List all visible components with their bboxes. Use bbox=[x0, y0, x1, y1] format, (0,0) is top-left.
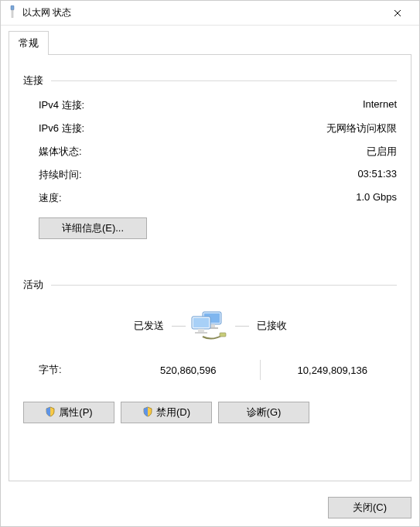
action-buttons-row: 属性(P) 禁用(D) 诊断(G) bbox=[23, 392, 397, 423]
ipv6-label: IPv6 连接: bbox=[39, 121, 84, 135]
details-row: 详细信息(E)... bbox=[23, 210, 397, 242]
sent-label: 已发送 bbox=[23, 319, 164, 333]
diagnose-button[interactable]: 诊断(G) bbox=[218, 402, 309, 423]
activity-heading: 活动 bbox=[23, 278, 397, 292]
svg-rect-1 bbox=[12, 10, 13, 18]
activity-labels-row: 已发送 bbox=[23, 303, 397, 346]
properties-button[interactable]: 属性(P) bbox=[23, 402, 114, 423]
window-title: 以太网 状态 bbox=[22, 6, 382, 19]
dash-line bbox=[172, 326, 186, 327]
activity-block: 已发送 bbox=[23, 298, 397, 392]
tab-general[interactable]: 常规 bbox=[9, 31, 49, 55]
speed-row: 速度: 1.0 Gbps bbox=[23, 187, 397, 210]
divider bbox=[51, 80, 397, 81]
titlebar: 以太网 状态 bbox=[1, 1, 419, 26]
ipv4-row: IPv4 连接: Internet bbox=[23, 94, 397, 117]
svg-rect-9 bbox=[195, 332, 207, 334]
connection-heading: 连接 bbox=[23, 74, 397, 87]
media-state-value: 已启用 bbox=[367, 145, 397, 159]
tab-panel: 连接 IPv4 连接: Internet IPv6 连接: 无网络访问权限 媒体… bbox=[9, 54, 411, 481]
vertical-divider bbox=[260, 360, 261, 380]
ethernet-icon bbox=[7, 5, 18, 20]
received-label: 已接收 bbox=[257, 319, 398, 333]
connection-heading-label: 连接 bbox=[23, 74, 43, 87]
media-state-label: 媒体状态: bbox=[39, 145, 82, 159]
svg-rect-7 bbox=[193, 318, 209, 327]
bytes-label: 字节: bbox=[39, 363, 124, 377]
activity-heading-label: 活动 bbox=[23, 278, 43, 292]
close-icon[interactable] bbox=[382, 1, 413, 25]
ipv6-row: IPv6 连接: 无网络访问权限 bbox=[23, 117, 397, 140]
content-area: 常规 连接 IPv4 连接: Internet IPv6 连接: 无网络访问权限… bbox=[1, 26, 419, 489]
svg-rect-8 bbox=[198, 329, 204, 332]
tab-strip: 常规 bbox=[9, 30, 411, 54]
svg-rect-10 bbox=[220, 333, 226, 337]
disable-button[interactable]: 禁用(D) bbox=[121, 402, 212, 423]
media-state-row: 媒体状态: 已启用 bbox=[23, 140, 397, 163]
bytes-received-value: 10,249,809,136 bbox=[268, 364, 398, 376]
details-button[interactable]: 详细信息(E)... bbox=[39, 217, 147, 239]
shield-icon bbox=[45, 406, 56, 419]
bytes-sent-value: 520,860,596 bbox=[124, 364, 253, 376]
dash-line bbox=[235, 326, 249, 327]
close-button[interactable]: 关闭(C) bbox=[328, 497, 411, 518]
duration-row: 持续时间: 03:51:33 bbox=[23, 163, 397, 187]
disable-button-label: 禁用(D) bbox=[156, 406, 190, 419]
properties-button-label: 属性(P) bbox=[59, 406, 92, 419]
duration-label: 持续时间: bbox=[39, 168, 82, 182]
ethernet-status-window: 以太网 状态 常规 连接 IPv4 连接: Internet IPv6 连接: … bbox=[0, 0, 420, 527]
activity-bytes-row: 字节: 520,860,596 10,249,809,136 bbox=[23, 346, 397, 392]
computers-icon bbox=[164, 310, 257, 341]
shield-icon bbox=[142, 406, 153, 419]
dialog-footer: 关闭(C) bbox=[1, 489, 419, 526]
speed-value: 1.0 Gbps bbox=[356, 191, 397, 205]
duration-value: 03:51:33 bbox=[357, 168, 397, 182]
svg-rect-0 bbox=[11, 5, 14, 10]
speed-label: 速度: bbox=[39, 191, 62, 205]
ipv6-value: 无网络访问权限 bbox=[326, 121, 397, 135]
divider bbox=[51, 285, 397, 286]
ipv4-value: Internet bbox=[363, 98, 397, 112]
ipv4-label: IPv4 连接: bbox=[39, 98, 84, 112]
